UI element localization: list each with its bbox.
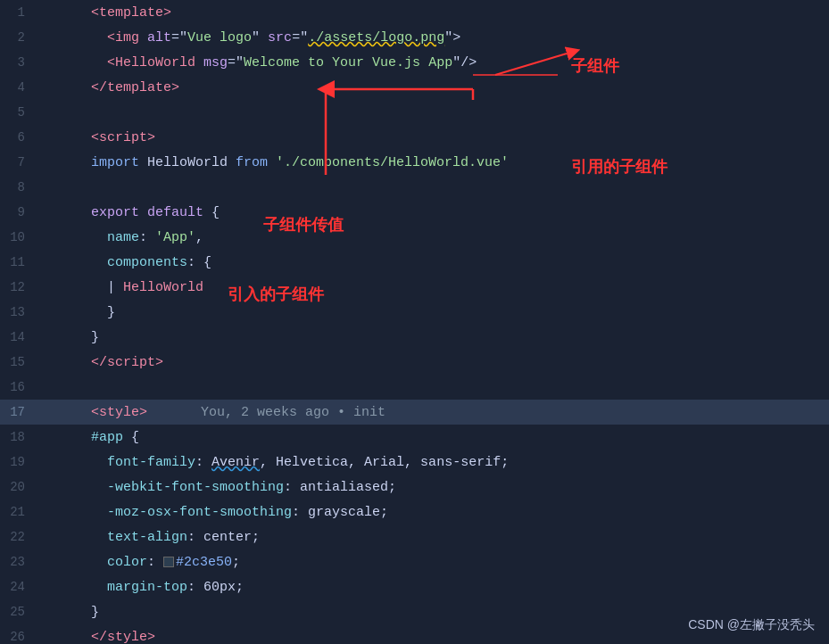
- line-num-1: 1: [0, 5, 36, 20]
- line-num-15: 15: [0, 355, 36, 369]
- line-7: 7 import HelloWorld from './components/H…: [0, 150, 829, 175]
- line-num-3: 3: [0, 55, 36, 70]
- line-num-2: 2: [0, 30, 36, 45]
- line-num-8: 8: [0, 180, 36, 194]
- line-num-12: 12: [0, 280, 36, 294]
- line-num-10: 10: [0, 230, 36, 244]
- line-num-14: 14: [0, 330, 36, 344]
- line-num-19: 19: [0, 455, 36, 469]
- line-num-5: 5: [0, 105, 36, 120]
- line-num-18: 18: [0, 430, 36, 444]
- line-num-7: 7: [0, 155, 36, 169]
- line-num-26: 26: [0, 630, 36, 644]
- line-num-9: 9: [0, 205, 36, 219]
- line-num-21: 21: [0, 505, 36, 519]
- line-15: 15 </script>: [0, 350, 829, 375]
- line-num-24: 24: [0, 580, 36, 594]
- line-num-4: 4: [0, 80, 36, 95]
- line-num-11: 11: [0, 255, 36, 269]
- line-num-25: 25: [0, 605, 36, 619]
- line-num-23: 23: [0, 555, 36, 569]
- line-num-6: 6: [0, 130, 36, 144]
- line-num-22: 22: [0, 530, 36, 544]
- line-num-20: 20: [0, 480, 36, 494]
- watermark: CSDN @左撇子没秃头: [688, 617, 815, 633]
- line-4: 4 </template>: [0, 75, 829, 100]
- line-num-16: 16: [0, 380, 36, 394]
- line-num-13: 13: [0, 305, 36, 319]
- line-num-17: 17: [0, 405, 36, 419]
- code-editor: 1 <template> 2 <img alt="Vue logo" src="…: [0, 0, 829, 644]
